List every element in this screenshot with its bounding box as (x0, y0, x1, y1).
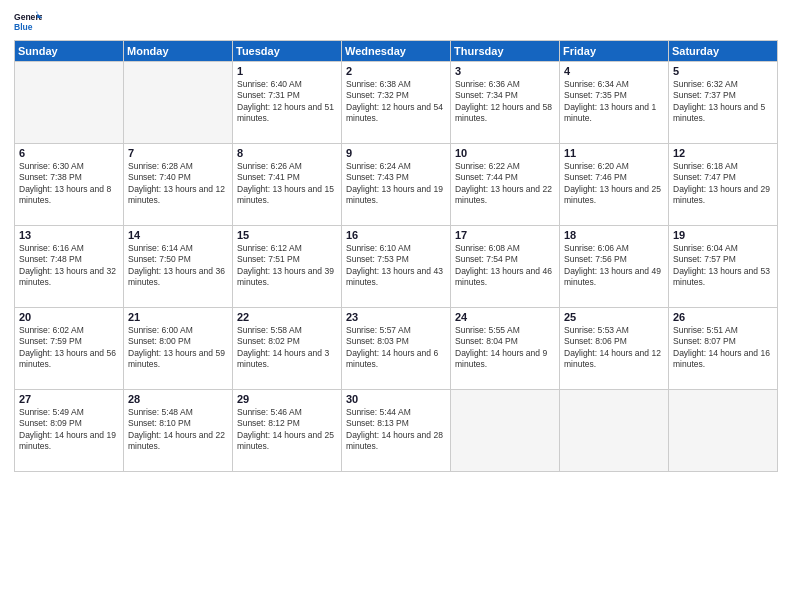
day-cell: 4Sunrise: 6:34 AM Sunset: 7:35 PM Daylig… (560, 62, 669, 144)
day-cell: 30Sunrise: 5:44 AM Sunset: 8:13 PM Dayli… (342, 390, 451, 472)
day-cell: 29Sunrise: 5:46 AM Sunset: 8:12 PM Dayli… (233, 390, 342, 472)
day-info: Sunrise: 6:24 AM Sunset: 7:43 PM Dayligh… (346, 161, 446, 207)
day-cell: 14Sunrise: 6:14 AM Sunset: 7:50 PM Dayli… (124, 226, 233, 308)
logo-icon: General Blue (14, 10, 42, 32)
day-number: 25 (564, 311, 664, 323)
day-number: 20 (19, 311, 119, 323)
day-cell: 2Sunrise: 6:38 AM Sunset: 7:32 PM Daylig… (342, 62, 451, 144)
day-info: Sunrise: 5:58 AM Sunset: 8:02 PM Dayligh… (237, 325, 337, 371)
day-info: Sunrise: 6:36 AM Sunset: 7:34 PM Dayligh… (455, 79, 555, 125)
day-number: 10 (455, 147, 555, 159)
day-cell (15, 62, 124, 144)
header-thursday: Thursday (451, 41, 560, 62)
week-row-5: 27Sunrise: 5:49 AM Sunset: 8:09 PM Dayli… (15, 390, 778, 472)
weekday-header-row: Sunday Monday Tuesday Wednesday Thursday… (15, 41, 778, 62)
day-info: Sunrise: 5:57 AM Sunset: 8:03 PM Dayligh… (346, 325, 446, 371)
header-friday: Friday (560, 41, 669, 62)
day-info: Sunrise: 6:16 AM Sunset: 7:48 PM Dayligh… (19, 243, 119, 289)
day-number: 12 (673, 147, 773, 159)
header-saturday: Saturday (669, 41, 778, 62)
day-info: Sunrise: 6:26 AM Sunset: 7:41 PM Dayligh… (237, 161, 337, 207)
day-number: 14 (128, 229, 228, 241)
day-cell: 8Sunrise: 6:26 AM Sunset: 7:41 PM Daylig… (233, 144, 342, 226)
day-info: Sunrise: 6:38 AM Sunset: 7:32 PM Dayligh… (346, 79, 446, 125)
day-cell: 23Sunrise: 5:57 AM Sunset: 8:03 PM Dayli… (342, 308, 451, 390)
day-number: 16 (346, 229, 446, 241)
day-number: 21 (128, 311, 228, 323)
week-row-2: 6Sunrise: 6:30 AM Sunset: 7:38 PM Daylig… (15, 144, 778, 226)
header-monday: Monday (124, 41, 233, 62)
day-cell: 27Sunrise: 5:49 AM Sunset: 8:09 PM Dayli… (15, 390, 124, 472)
day-info: Sunrise: 6:18 AM Sunset: 7:47 PM Dayligh… (673, 161, 773, 207)
day-number: 13 (19, 229, 119, 241)
day-number: 23 (346, 311, 446, 323)
day-info: Sunrise: 6:00 AM Sunset: 8:00 PM Dayligh… (128, 325, 228, 371)
day-number: 22 (237, 311, 337, 323)
day-info: Sunrise: 6:12 AM Sunset: 7:51 PM Dayligh… (237, 243, 337, 289)
day-number: 29 (237, 393, 337, 405)
day-cell: 5Sunrise: 6:32 AM Sunset: 7:37 PM Daylig… (669, 62, 778, 144)
day-info: Sunrise: 6:32 AM Sunset: 7:37 PM Dayligh… (673, 79, 773, 125)
day-cell (560, 390, 669, 472)
day-number: 7 (128, 147, 228, 159)
day-cell: 28Sunrise: 5:48 AM Sunset: 8:10 PM Dayli… (124, 390, 233, 472)
day-number: 17 (455, 229, 555, 241)
header-tuesday: Tuesday (233, 41, 342, 62)
day-cell: 13Sunrise: 6:16 AM Sunset: 7:48 PM Dayli… (15, 226, 124, 308)
day-info: Sunrise: 6:02 AM Sunset: 7:59 PM Dayligh… (19, 325, 119, 371)
day-cell (124, 62, 233, 144)
day-info: Sunrise: 6:40 AM Sunset: 7:31 PM Dayligh… (237, 79, 337, 125)
day-number: 1 (237, 65, 337, 77)
day-info: Sunrise: 6:22 AM Sunset: 7:44 PM Dayligh… (455, 161, 555, 207)
day-cell: 19Sunrise: 6:04 AM Sunset: 7:57 PM Dayli… (669, 226, 778, 308)
day-info: Sunrise: 6:08 AM Sunset: 7:54 PM Dayligh… (455, 243, 555, 289)
week-row-3: 13Sunrise: 6:16 AM Sunset: 7:48 PM Dayli… (15, 226, 778, 308)
header: General Blue (14, 10, 778, 32)
day-cell: 18Sunrise: 6:06 AM Sunset: 7:56 PM Dayli… (560, 226, 669, 308)
day-cell: 11Sunrise: 6:20 AM Sunset: 7:46 PM Dayli… (560, 144, 669, 226)
header-wednesday: Wednesday (342, 41, 451, 62)
day-info: Sunrise: 5:49 AM Sunset: 8:09 PM Dayligh… (19, 407, 119, 453)
day-cell: 12Sunrise: 6:18 AM Sunset: 7:47 PM Dayli… (669, 144, 778, 226)
day-number: 27 (19, 393, 119, 405)
day-cell: 7Sunrise: 6:28 AM Sunset: 7:40 PM Daylig… (124, 144, 233, 226)
day-info: Sunrise: 5:46 AM Sunset: 8:12 PM Dayligh… (237, 407, 337, 453)
day-cell: 1Sunrise: 6:40 AM Sunset: 7:31 PM Daylig… (233, 62, 342, 144)
page: General Blue Sunday Monday Tuesday Wedne… (0, 0, 792, 612)
day-number: 9 (346, 147, 446, 159)
day-cell: 24Sunrise: 5:55 AM Sunset: 8:04 PM Dayli… (451, 308, 560, 390)
day-number: 24 (455, 311, 555, 323)
day-number: 26 (673, 311, 773, 323)
day-cell (669, 390, 778, 472)
day-info: Sunrise: 6:30 AM Sunset: 7:38 PM Dayligh… (19, 161, 119, 207)
day-cell: 25Sunrise: 5:53 AM Sunset: 8:06 PM Dayli… (560, 308, 669, 390)
day-number: 15 (237, 229, 337, 241)
day-info: Sunrise: 5:55 AM Sunset: 8:04 PM Dayligh… (455, 325, 555, 371)
day-cell: 10Sunrise: 6:22 AM Sunset: 7:44 PM Dayli… (451, 144, 560, 226)
day-info: Sunrise: 6:28 AM Sunset: 7:40 PM Dayligh… (128, 161, 228, 207)
day-number: 18 (564, 229, 664, 241)
day-number: 8 (237, 147, 337, 159)
day-number: 11 (564, 147, 664, 159)
day-info: Sunrise: 5:44 AM Sunset: 8:13 PM Dayligh… (346, 407, 446, 453)
day-info: Sunrise: 6:10 AM Sunset: 7:53 PM Dayligh… (346, 243, 446, 289)
day-info: Sunrise: 6:06 AM Sunset: 7:56 PM Dayligh… (564, 243, 664, 289)
day-number: 30 (346, 393, 446, 405)
week-row-4: 20Sunrise: 6:02 AM Sunset: 7:59 PM Dayli… (15, 308, 778, 390)
logo: General Blue (14, 10, 42, 32)
day-cell (451, 390, 560, 472)
day-cell: 3Sunrise: 6:36 AM Sunset: 7:34 PM Daylig… (451, 62, 560, 144)
day-info: Sunrise: 6:34 AM Sunset: 7:35 PM Dayligh… (564, 79, 664, 125)
week-row-1: 1Sunrise: 6:40 AM Sunset: 7:31 PM Daylig… (15, 62, 778, 144)
day-number: 6 (19, 147, 119, 159)
day-cell: 16Sunrise: 6:10 AM Sunset: 7:53 PM Dayli… (342, 226, 451, 308)
day-info: Sunrise: 5:51 AM Sunset: 8:07 PM Dayligh… (673, 325, 773, 371)
day-cell: 22Sunrise: 5:58 AM Sunset: 8:02 PM Dayli… (233, 308, 342, 390)
day-cell: 21Sunrise: 6:00 AM Sunset: 8:00 PM Dayli… (124, 308, 233, 390)
day-cell: 17Sunrise: 6:08 AM Sunset: 7:54 PM Dayli… (451, 226, 560, 308)
calendar: Sunday Monday Tuesday Wednesday Thursday… (14, 40, 778, 472)
day-number: 28 (128, 393, 228, 405)
day-info: Sunrise: 5:48 AM Sunset: 8:10 PM Dayligh… (128, 407, 228, 453)
day-info: Sunrise: 6:20 AM Sunset: 7:46 PM Dayligh… (564, 161, 664, 207)
day-number: 5 (673, 65, 773, 77)
